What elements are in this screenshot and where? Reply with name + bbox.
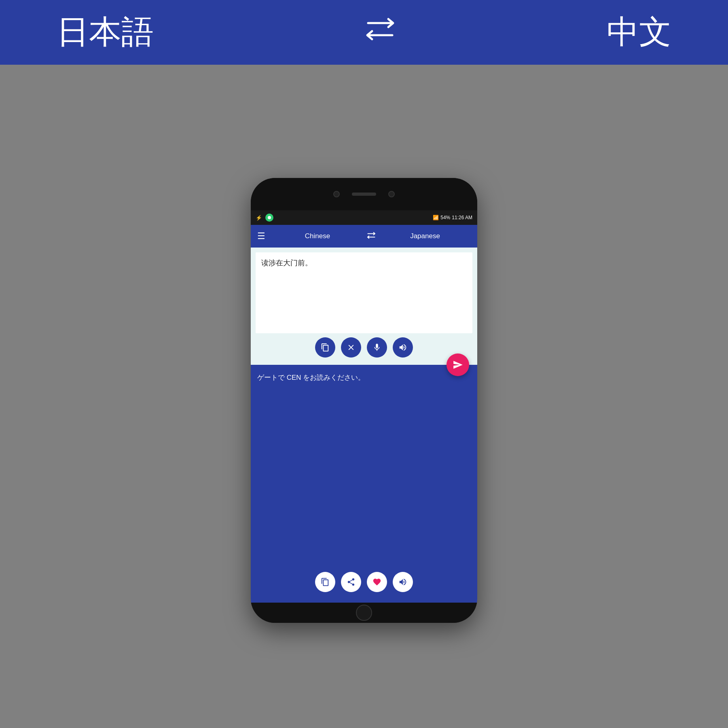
home-button[interactable] (356, 605, 372, 621)
share-button[interactable] (341, 572, 361, 592)
svg-point-0 (268, 216, 271, 219)
speaker-button[interactable] (393, 337, 413, 358)
output-area: ゲートで CEN をお読みください。 (251, 365, 477, 603)
top-header: 日本語 中文 (0, 0, 728, 65)
speaker-output-button[interactable] (393, 572, 413, 592)
app-icon (265, 214, 273, 222)
phone: ⚡ 📶 54% 11:26 AM ☰ Chinese (251, 178, 477, 623)
phone-top-bezel (251, 178, 477, 210)
time-display: 11:26 AM (452, 215, 472, 220)
usb-icon: ⚡ (256, 215, 262, 221)
favorite-button[interactable] (367, 572, 387, 592)
toolbar-lang-left[interactable]: Chinese (272, 232, 363, 240)
input-buttons (256, 333, 472, 360)
app-toolbar: ☰ Chinese Japanese (251, 225, 477, 248)
sensor (388, 191, 395, 197)
status-bar: ⚡ 📶 54% 11:26 AM (251, 210, 477, 225)
header-lang-right: 中文 (607, 11, 671, 54)
output-text: ゲートで CEN をお読みください。 (256, 370, 472, 418)
status-icons-left: ⚡ (256, 214, 273, 222)
input-text[interactable]: 读涉在大门前。 (256, 252, 472, 333)
header-lang-left: 日本語 (57, 11, 154, 54)
input-area: 读涉在大门前。 (251, 248, 477, 365)
battery-text: 54% (440, 215, 450, 220)
phone-bottom-bezel (251, 603, 477, 623)
copy-button[interactable] (315, 572, 335, 592)
mic-button[interactable] (367, 337, 387, 358)
phone-screen: ⚡ 📶 54% 11:26 AM ☰ Chinese (251, 210, 477, 603)
phone-wrapper: ⚡ 📶 54% 11:26 AM ☰ Chinese (251, 65, 477, 728)
status-icons-right: 📶 54% 11:26 AM (433, 215, 472, 220)
menu-button[interactable]: ☰ (257, 231, 265, 241)
toolbar-lang-right[interactable]: Japanese (379, 232, 471, 240)
clipboard-button[interactable] (315, 337, 335, 358)
output-buttons (251, 568, 477, 595)
clear-button[interactable] (341, 337, 361, 358)
header-swap-icon[interactable] (364, 14, 396, 51)
wifi-icon: 📶 (433, 215, 439, 220)
front-camera (333, 191, 340, 197)
toolbar-swap-icon[interactable] (366, 231, 376, 241)
translate-button[interactable] (447, 353, 469, 376)
earpiece (352, 193, 376, 196)
